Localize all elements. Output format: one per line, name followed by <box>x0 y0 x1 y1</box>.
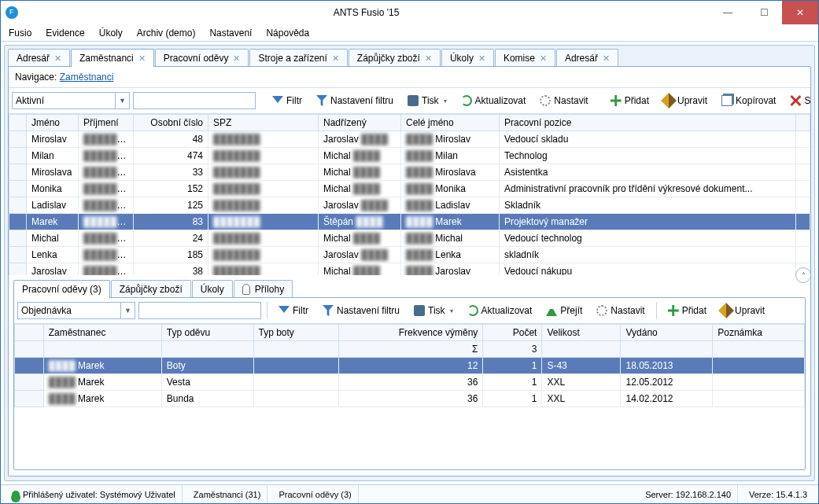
main-tabstrip: Adresář✕Zaměstnanci✕Pracovní oděvy✕Stroj… <box>5 46 814 67</box>
col-header[interactable] <box>9 115 27 131</box>
close-icon[interactable]: ✕ <box>425 53 432 64</box>
close-icon[interactable]: ✕ <box>233 53 240 64</box>
col-header[interactable]: Velikost <box>542 325 621 341</box>
col-header[interactable]: Poznámka <box>713 325 805 341</box>
close-button[interactable]: ✕ <box>782 1 818 24</box>
subtab-úkoly[interactable]: Úkoly <box>192 280 233 298</box>
subtab-pracovní-oděvy-[interactable]: Pracovní oděvy (3) <box>13 280 110 298</box>
menu-archiv (demo)[interactable]: Archiv (demo) <box>134 26 199 40</box>
col-header[interactable]: Počet <box>483 325 542 341</box>
search-input-wrapper[interactable] <box>138 302 261 319</box>
breadcrumb: Navigace: Zaměstnanci <box>9 67 810 88</box>
filter-button[interactable]: Filtr <box>267 91 308 110</box>
minimize-button[interactable]: — <box>710 1 746 24</box>
search-input[interactable] <box>139 303 260 318</box>
status-version: Verze: 15.4.1.3 <box>743 485 813 503</box>
col-header[interactable]: Typ boty <box>253 325 338 341</box>
col-header[interactable]: Typ oděvu <box>161 325 253 341</box>
filter-button[interactable]: Filtr <box>273 301 314 320</box>
table-row[interactable]: ████ MarekBoty121S-4318.05.2013 <box>15 358 805 374</box>
table-row[interactable]: Lenka███████185███████Jaroslav ████████ … <box>9 247 810 263</box>
col-header[interactable]: Zaměstnanec <box>43 325 161 341</box>
search-input[interactable] <box>134 93 255 109</box>
employees-grid[interactable]: JménoPříjmeníOsobní čísloSPZNadřízenýCel… <box>9 114 810 275</box>
close-icon[interactable]: ✕ <box>138 53 146 64</box>
tab-úkoly[interactable]: Úkoly✕ <box>441 49 494 67</box>
col-header[interactable]: Celé jméno <box>401 115 500 131</box>
menu-evidence[interactable]: Evidence <box>42 26 87 40</box>
menu-nastavení[interactable]: Nastavení <box>206 26 255 40</box>
table-row[interactable]: Ladislav███████125███████Jaroslav ██████… <box>9 197 810 214</box>
tab-stroje-a-zařízení[interactable]: Stroje a zařízení✕ <box>249 49 347 67</box>
refresh-button[interactable]: Aktualizovat <box>462 302 538 319</box>
setup-button[interactable]: Nastavit <box>534 92 593 109</box>
tab-pracovní-oděvy[interactable]: Pracovní oděvy✕ <box>155 49 249 67</box>
filter-icon <box>272 96 283 107</box>
maximize-button[interactable]: ☐ <box>746 1 782 24</box>
close-icon[interactable]: ✕ <box>603 53 610 64</box>
delete-button[interactable]: Smazat <box>784 92 811 109</box>
status-combo-input[interactable] <box>13 93 115 109</box>
menu-úkoly[interactable]: Úkoly <box>96 26 126 40</box>
table-row[interactable]: Miroslava███████33███████Michal ████████… <box>9 164 810 181</box>
table-row[interactable]: Michal███████24███████Michal ████████ Mi… <box>9 230 810 247</box>
col-header[interactable]: Nadřízený <box>319 115 401 131</box>
refresh-button[interactable]: Aktualizovat <box>456 92 532 109</box>
collapse-detail-button[interactable]: ˄ <box>795 267 811 283</box>
search-input-wrapper[interactable] <box>133 92 256 109</box>
chevron-down-icon[interactable]: ▼ <box>120 303 135 318</box>
status-employees: Zaměstnanci (31) <box>187 485 268 503</box>
edit-button[interactable]: Upravit <box>715 302 770 319</box>
close-icon[interactable]: ✕ <box>540 53 547 64</box>
col-header[interactable]: Příjmení <box>79 115 134 131</box>
table-row[interactable]: Miroslav███████48███████Jaroslav ███████… <box>9 131 810 148</box>
table-row[interactable]: ████ MarekBunda361XXL14.02.2012 <box>15 391 805 407</box>
close-icon[interactable]: ✕ <box>478 53 485 64</box>
add-button[interactable]: Přidat <box>662 302 712 319</box>
table-row[interactable]: Monika███████152███████Michal ████████ M… <box>9 181 810 197</box>
go-icon <box>546 305 557 316</box>
close-icon[interactable]: ✕ <box>54 53 61 64</box>
tab-adresář[interactable]: Adresář✕ <box>556 49 618 67</box>
col-header[interactable]: Frekvence výměny <box>338 325 482 341</box>
col-header[interactable] <box>15 325 44 341</box>
subtab-zápůjčky-zboží[interactable]: Zápůjčky zboží <box>111 280 191 298</box>
add-icon <box>668 305 679 316</box>
tab-komise[interactable]: Komise✕ <box>495 49 555 67</box>
tab-zápůjčky-zboží[interactable]: Zápůjčky zboží✕ <box>349 49 441 67</box>
chevron-down-icon[interactable]: ▼ <box>115 93 129 109</box>
status-combo[interactable]: ▼ <box>12 92 130 109</box>
col-header[interactable] <box>796 115 810 131</box>
menu-nápověda[interactable]: Nápověda <box>263 26 312 40</box>
table-row[interactable]: Milan███████474███████Michal ████████ Mi… <box>9 148 810 164</box>
print-icon <box>408 95 419 106</box>
add-button[interactable]: Přidat <box>605 92 655 109</box>
tab-zaměstnanci[interactable]: Zaměstnanci✕ <box>71 49 154 67</box>
tab-adresář[interactable]: Adresář✕ <box>8 49 70 67</box>
print-button[interactable]: Tisk▾ <box>408 302 459 319</box>
go-button[interactable]: Přejít <box>540 302 588 319</box>
edit-button[interactable]: Upravit <box>658 92 713 109</box>
col-header[interactable]: Osobní číslo <box>134 115 208 131</box>
table-row[interactable]: Marek███████83███████Štěpán ████████ Mar… <box>9 214 810 230</box>
col-header[interactable]: Jméno <box>27 115 79 131</box>
col-header[interactable]: Vydáno <box>621 325 713 341</box>
table-row[interactable]: ████ MarekVesta361XXL12.05.2012 <box>15 374 805 391</box>
setup-button[interactable]: Nastavit <box>591 302 650 319</box>
col-header[interactable]: SPZ <box>208 115 319 131</box>
close-icon[interactable]: ✕ <box>332 53 339 64</box>
order-combo-input[interactable] <box>18 303 120 318</box>
col-header[interactable]: Pracovní pozice <box>500 115 796 131</box>
clothes-grid[interactable]: ZaměstnanecTyp oděvuTyp botyFrekvence vý… <box>14 324 805 469</box>
copy-button[interactable]: Kopírovat <box>716 92 781 109</box>
nav-link[interactable]: Zaměstnanci <box>60 72 114 83</box>
print-icon <box>414 305 425 316</box>
window-title: ANTS Fusio '15 <box>23 7 710 18</box>
menu-fusio[interactable]: Fusio <box>6 26 35 40</box>
order-combo[interactable]: ▼ <box>17 302 135 319</box>
filter-settings-button[interactable]: Nastavení filtru <box>317 302 405 319</box>
filter-settings-button[interactable]: Nastavení filtru <box>311 92 399 109</box>
print-button[interactable]: Tisk▾ <box>402 92 452 109</box>
table-row[interactable]: Jaroslav███████38███████Michal ████████ … <box>9 263 810 276</box>
subtab-přílohy[interactable]: Přílohy <box>234 280 293 298</box>
